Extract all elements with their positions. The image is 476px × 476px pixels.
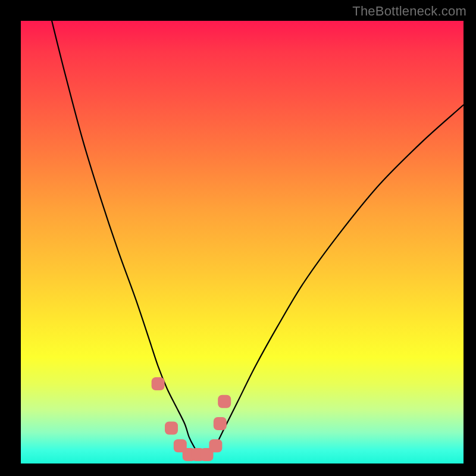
- plot-area: [21, 21, 464, 464]
- marker-point: [152, 377, 165, 390]
- chart-frame: TheBottleneck.com: [0, 0, 476, 476]
- marker-point: [214, 417, 227, 430]
- highlight-markers: [152, 377, 231, 461]
- curve-svg: [21, 21, 464, 464]
- marker-point: [218, 395, 231, 408]
- marker-point: [165, 422, 178, 435]
- marker-point: [209, 439, 222, 452]
- bottleneck-curve: [52, 21, 464, 455]
- watermark-text: TheBottleneck.com: [352, 4, 466, 19]
